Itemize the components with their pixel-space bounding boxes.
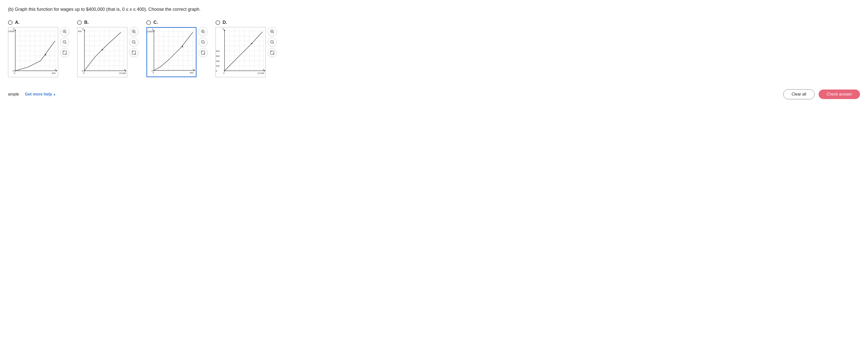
svg-text:0: 0 (216, 70, 217, 72)
get-more-help-link[interactable]: Get more help ▲ (25, 92, 56, 96)
graph-D-svg: y x 0 100 200 300 400 0 10,000 (216, 27, 266, 77)
graph-and-controls-A: y x 10000 0 400 0 (8, 27, 69, 77)
graph-and-controls-D: y x 0 100 200 300 400 0 10,000 (216, 27, 277, 77)
graph-B[interactable]: y x 400 0 10,000 0 (77, 27, 127, 77)
question-text: (b) Graph this function for wages up to … (8, 6, 860, 13)
graph-D[interactable]: y x 0 100 200 300 400 0 10,000 (216, 27, 266, 77)
zoom-out-A[interactable] (60, 38, 69, 47)
svg-point-102 (182, 46, 183, 48)
zoom-in-A[interactable] (60, 27, 69, 36)
svg-text:0: 0 (82, 70, 83, 72)
graph-and-controls-C: y x 10000 0 400 0 (146, 27, 208, 77)
graph-controls-D (268, 27, 277, 57)
svg-line-72 (135, 43, 136, 44)
option-letter-B: B. (84, 20, 89, 25)
radio-A[interactable] (8, 20, 12, 25)
svg-text:200: 200 (216, 60, 220, 62)
svg-text:100: 100 (216, 65, 220, 67)
svg-text:x: x (55, 68, 56, 71)
svg-line-69 (135, 33, 136, 34)
graph-controls-B (129, 27, 138, 57)
radio-C[interactable] (146, 20, 151, 25)
svg-text:0: 0 (14, 72, 15, 74)
svg-marker-94 (153, 30, 155, 31)
zoom-in-D[interactable] (268, 27, 277, 36)
graph-B-svg: y x 400 0 10,000 0 (78, 27, 127, 77)
svg-text:y: y (152, 28, 153, 31)
svg-point-65 (101, 49, 103, 51)
svg-text:400: 400 (190, 71, 193, 74)
svg-text:10,000: 10,000 (119, 72, 126, 74)
option-C: C. (146, 20, 208, 77)
svg-line-32 (66, 33, 67, 34)
svg-text:300: 300 (216, 55, 220, 57)
option-A: A. (8, 20, 69, 77)
graph-C[interactable]: y x 10000 0 400 0 (146, 27, 196, 77)
graph-and-controls-B: y x 400 0 10,000 0 (77, 27, 138, 77)
option-D: D. (216, 20, 277, 77)
chevron-up-icon: ▲ (53, 93, 56, 96)
zoom-out-C[interactable] (198, 38, 208, 47)
svg-text:0: 0 (13, 70, 14, 72)
radio-B[interactable] (77, 20, 82, 25)
clear-all-button[interactable]: Clear all (783, 89, 815, 99)
zoom-out-B[interactable] (129, 38, 138, 47)
graph-C-svg: y x 10000 0 400 0 (147, 28, 196, 76)
fullscreen-D[interactable] (268, 48, 277, 57)
radio-D[interactable] (216, 20, 220, 25)
svg-text:x: x (263, 68, 265, 71)
zoom-in-C[interactable] (198, 27, 208, 36)
svg-line-35 (66, 43, 67, 44)
svg-text:0: 0 (151, 69, 153, 72)
graph-controls-A (60, 27, 69, 57)
option-letter-C: C. (153, 20, 158, 25)
svg-text:10000: 10000 (147, 30, 153, 33)
svg-text:10000: 10000 (8, 30, 14, 33)
svg-marker-57 (84, 29, 85, 31)
option-B: B. (77, 20, 138, 77)
svg-text:400: 400 (78, 30, 82, 33)
graph-controls-C (198, 27, 208, 57)
svg-line-109 (204, 43, 205, 44)
ample-text: ample (8, 92, 19, 96)
right-buttons: Clear all Check answer (783, 89, 860, 99)
left-links: ample Get more help ▲ (8, 92, 56, 96)
zoom-in-B[interactable] (129, 27, 138, 36)
zoom-out-D[interactable] (268, 38, 277, 47)
check-answer-button[interactable]: Check answer (818, 90, 860, 99)
graph-A-svg: y x 10000 0 400 0 (8, 27, 58, 77)
svg-line-106 (204, 33, 205, 34)
svg-text:400: 400 (216, 50, 220, 53)
fullscreen-C[interactable] (198, 48, 208, 57)
svg-marker-20 (14, 29, 16, 31)
graphs-row: A. (8, 20, 860, 77)
svg-text:400: 400 (52, 72, 55, 74)
get-more-help-label: Get more help (25, 92, 52, 96)
svg-line-149 (273, 43, 274, 44)
fullscreen-A[interactable] (60, 48, 69, 57)
svg-text:10,000: 10,000 (257, 72, 264, 74)
svg-text:y: y (222, 27, 224, 30)
svg-line-146 (273, 33, 274, 34)
option-letter-D: D. (223, 20, 227, 25)
svg-point-28 (45, 54, 46, 55)
option-letter-A: A. (15, 20, 20, 25)
svg-text:0: 0 (153, 71, 154, 74)
svg-text:y: y (82, 27, 84, 30)
svg-marker-131 (224, 29, 225, 31)
fullscreen-B[interactable] (129, 48, 138, 57)
bottom-bar: ample Get more help ▲ Clear all Check an… (8, 89, 860, 99)
svg-text:0: 0 (223, 72, 225, 74)
svg-point-142 (251, 42, 253, 44)
graph-A[interactable]: y x 10000 0 400 0 (8, 27, 58, 77)
svg-text:y: y (13, 27, 15, 30)
svg-text:0: 0 (83, 72, 85, 74)
